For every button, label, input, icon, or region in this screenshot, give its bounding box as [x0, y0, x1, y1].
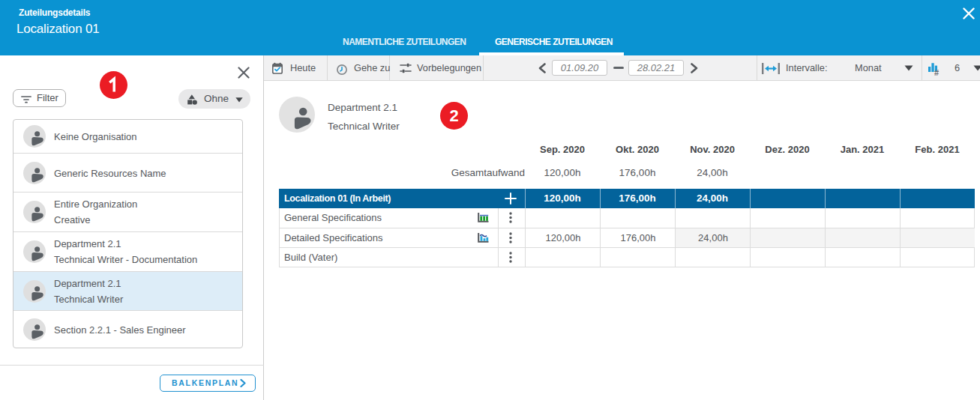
svg-text:#: #: [934, 68, 939, 76]
